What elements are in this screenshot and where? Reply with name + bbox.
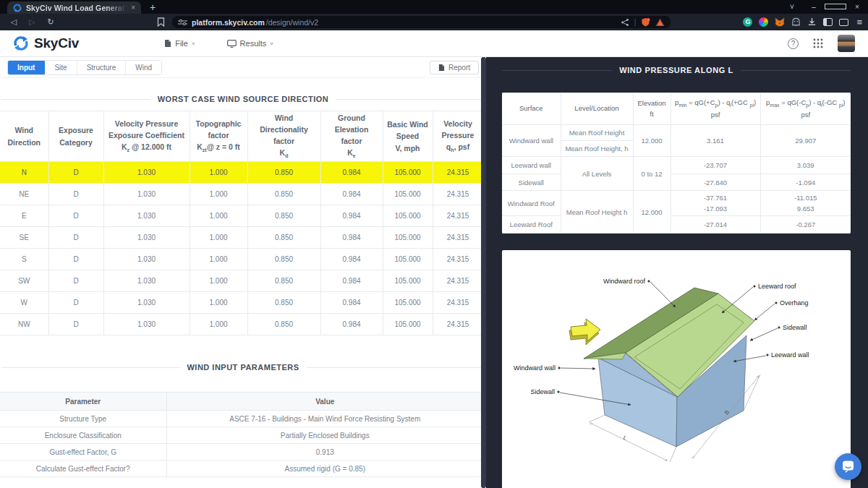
new-tab-button[interactable]: +: [141, 0, 164, 14]
pressure-column-header: Elevationft: [633, 93, 671, 125]
parameter-row: Gust-effect Factor, G0.913: [0, 444, 483, 461]
worst-case-cell: 0.984: [320, 292, 383, 314]
parameter-cell: Structure Type: [0, 411, 166, 427]
worst-case-cell: 105.000: [383, 314, 433, 335]
worst-case-cell: 1.030: [103, 270, 190, 292]
parameter-row: Enclosure ClassificationPartially Enclos…: [0, 427, 483, 444]
metamask-fox-icon[interactable]: [775, 17, 785, 27]
wind-direction-row[interactable]: NED1.0301.0000.8500.984105.00024.315: [0, 184, 483, 205]
pmin-cell: -23.707: [671, 157, 760, 174]
back-icon[interactable]: ◁: [6, 17, 22, 27]
file-menu[interactable]: File ˅: [164, 39, 195, 48]
tab-wind[interactable]: Wind: [126, 61, 161, 74]
url-host: platform.skyciv.com: [192, 18, 265, 27]
color-wheel-icon[interactable]: [759, 17, 768, 27]
worst-case-cell: D: [48, 249, 103, 270]
parameter-cell: Gust-effect Factor, G: [0, 444, 166, 461]
worst-case-cell: 105.000: [383, 162, 433, 184]
worst-case-cell: 1.030: [103, 227, 190, 249]
worst-case-cell: 1.000: [190, 205, 247, 227]
wallet-icon[interactable]: [839, 19, 848, 26]
reload-icon[interactable]: ↻: [43, 17, 59, 27]
worst-case-cell: 24.315: [433, 205, 483, 227]
pressure-column-header: Surface: [502, 93, 561, 125]
user-avatar[interactable]: [838, 35, 855, 52]
tab-search-icon[interactable]: ˅: [781, 3, 803, 11]
tab-close-icon[interactable]: ×: [131, 4, 135, 12]
browser-tab-skyciv[interactable]: SkyCiv Wind Load Generat ×: [7, 1, 141, 14]
restore-icon[interactable]: [825, 3, 846, 11]
worst-case-cell: 24.315: [433, 270, 483, 292]
wind-direction-row[interactable]: WD1.0301.0000.8500.984105.00024.315: [0, 292, 483, 314]
grammarly-icon[interactable]: G: [743, 17, 752, 27]
ghost-extension-icon[interactable]: [791, 17, 801, 27]
worst-case-cell: 1.000: [190, 184, 247, 205]
app-header: SkyCiv File ˅ Results ˅ ?: [0, 30, 868, 57]
forward-icon[interactable]: ▷: [25, 17, 41, 27]
report-button[interactable]: Report: [430, 61, 479, 74]
sidebar-toggle-icon[interactable]: [823, 18, 833, 26]
worst-case-column-header: Basic WindSpeedV, mph: [383, 111, 433, 162]
windward-wall-label: Windward wall: [514, 364, 556, 372]
extension-icons: G ≡: [743, 17, 862, 27]
parameter-cell: Enclosure Classification: [0, 427, 166, 444]
triangle-extension-icon[interactable]: [655, 18, 665, 27]
tab-structure[interactable]: Structure: [77, 61, 127, 74]
parameter-row: Structure TypeASCE 7-16 - Buildings - Ma…: [0, 411, 483, 427]
results-icon: [227, 40, 237, 48]
parameter-cell: Assumed rigid (G = 0.85): [166, 461, 483, 477]
worst-case-table: WindDirectionExposureCategoryVelocity Pr…: [0, 111, 484, 335]
worst-case-cell: 1.000: [190, 162, 247, 184]
apps-grid-icon[interactable]: [813, 38, 823, 48]
parameter-row: Calculate Gust-effect Factor?Assumed rig…: [0, 461, 483, 477]
wind-input-section-title: WIND INPUT PARAMETERS: [0, 363, 486, 372]
wind-direction-row[interactable]: SED1.0301.0000.8500.984105.00024.315: [0, 227, 483, 249]
worst-case-cell: S: [0, 249, 48, 270]
download-icon[interactable]: [807, 17, 817, 27]
wind-direction-row[interactable]: SD1.0301.0000.8500.984105.00024.315: [0, 249, 483, 270]
share-icon[interactable]: [621, 18, 629, 27]
worst-case-cell: 24.315: [433, 314, 483, 335]
worst-case-cell: 1.000: [190, 227, 247, 249]
skyciv-logo[interactable]: SkyCiv: [13, 35, 79, 51]
parameter-cell: Calculate Gust-effect Factor?: [0, 461, 166, 477]
close-window-icon[interactable]: ×: [846, 3, 868, 11]
elevation-cell: 12.000: [633, 125, 671, 157]
minimize-icon[interactable]: –: [803, 3, 825, 11]
worst-case-column-header: TopographicfactorKzt@ z = 0 ft: [190, 111, 247, 162]
worst-case-cell: 0.984: [320, 314, 383, 335]
pressure-table-card: SurfaceLevel/LocationElevationftpmin = q…: [502, 93, 851, 234]
wind-direction-row[interactable]: ED1.0301.0000.8500.984105.00024.315: [0, 205, 483, 227]
bookmark-icon[interactable]: [157, 17, 165, 27]
file-icon: [164, 39, 171, 48]
worst-case-cell: D: [48, 205, 103, 227]
site-settings-icon[interactable]: [178, 19, 187, 26]
chat-launcher-button[interactable]: [835, 453, 861, 480]
tab-input[interactable]: Input: [7, 60, 46, 75]
help-icon[interactable]: ?: [788, 38, 799, 49]
browser-tab-bar: SkyCiv Wind Load Generat × + ˅ – ×: [0, 0, 868, 14]
results-menu[interactable]: Results ˅: [227, 39, 273, 48]
wind-direction-row[interactable]: NWD1.0301.0000.8500.984105.00024.315: [0, 314, 483, 335]
worst-case-column-header: ExposureCategory: [48, 111, 103, 162]
left-panel-scrollbar[interactable]: [481, 57, 486, 488]
tab-site[interactable]: Site: [45, 61, 77, 74]
pmin-cell: -27.840: [671, 174, 760, 191]
shield-extension-icon[interactable]: 0: [641, 17, 650, 27]
browser-menu-icon[interactable]: ≡: [856, 17, 862, 27]
pressure-column-header: Level/Location: [561, 93, 633, 125]
elevation-cell: 12.000: [633, 191, 671, 234]
url-path: /design/wind/v2: [266, 18, 318, 27]
worst-case-cell: 105.000: [383, 205, 433, 227]
worst-case-cell: 24.315: [433, 292, 483, 314]
worst-case-cell: 24.315: [433, 184, 483, 205]
parameter-cell: 0.913: [166, 444, 483, 461]
worst-case-cell: 0.850: [247, 249, 320, 270]
wind-direction-row[interactable]: SWD1.0301.0000.8500.984105.00024.315: [0, 270, 483, 292]
wind-pressure-title: WIND PRESSURE ALONG L: [502, 63, 851, 77]
wind-direction-row[interactable]: ND1.0301.0000.8500.984105.00024.315: [0, 162, 483, 184]
window-controls: ˅ – ×: [781, 0, 868, 14]
worst-case-cell: 24.315: [433, 227, 483, 249]
url-bar[interactable]: platform.skyciv.com /design/wind/v2 | 0: [172, 16, 671, 28]
worst-case-cell: 0.850: [247, 205, 320, 227]
